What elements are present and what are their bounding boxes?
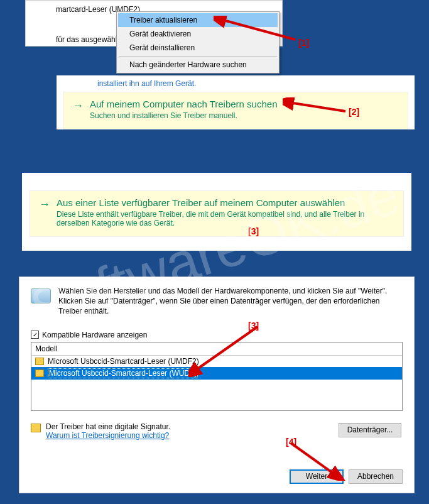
- model-item-wudf[interactable]: Microsoft Usbccid-Smartcard-Leser (WUDF): [31, 367, 402, 380]
- option-title: Auf meinem Computer nach Treibern suchen: [90, 99, 277, 109]
- driver-icon: [35, 358, 44, 365]
- search-driver-panel: installiert ihn auf Ihrem Gerät. → Auf m…: [57, 75, 415, 129]
- option-desc: Suchen und installieren Sie Treiber manu…: [90, 111, 277, 120]
- model-item-label: Microsoft Usbccid-Smartcard-Leser (UMDF2…: [48, 357, 199, 366]
- panel2-toptext: installiert ihn auf Ihrem Gerät.: [63, 79, 408, 92]
- compatible-hardware-checkbox[interactable]: ✓: [31, 331, 39, 339]
- menu-disable-device[interactable]: Gerät deaktivieren: [118, 27, 278, 41]
- annotation-1: [1]: [298, 38, 309, 48]
- signature-text: Der Treiber hat eine digitale Signatur.: [46, 422, 170, 431]
- instructions-text: Wählen Sie den Hersteller und das Modell…: [58, 286, 403, 317]
- option-browse-computer[interactable]: → Auf meinem Computer nach Treibern such…: [63, 92, 408, 129]
- model-header: Modell: [31, 342, 402, 356]
- select-driver-dialog: Wählen Sie den Hersteller und das Modell…: [19, 277, 415, 493]
- arrow-right-icon: →: [39, 199, 50, 227]
- signature-icon: [31, 424, 41, 432]
- menu-separator: [119, 56, 277, 57]
- arrow-right-icon: →: [72, 100, 84, 120]
- pick-from-list-panel: → Aus einer Liste verfügbarer Treiber au…: [22, 173, 411, 251]
- context-menu: Treiber aktualisieren Gerät deaktivieren…: [116, 11, 280, 74]
- model-item-label: Microsoft Usbccid-Smartcard-Leser (WUDF): [48, 368, 198, 378]
- menu-update-driver[interactable]: Treiber aktualisieren: [118, 13, 278, 27]
- option-desc: Diese Liste enthält verfügbare Treiber, …: [57, 210, 394, 227]
- signature-link[interactable]: Warum ist Treibersignierung wichtig?: [46, 431, 170, 440]
- have-disk-button[interactable]: Datenträger...: [339, 423, 401, 437]
- cancel-button[interactable]: Abbrechen: [349, 469, 403, 484]
- option-title: Aus einer Liste verfügbarer Treiber auf …: [57, 197, 394, 208]
- next-button[interactable]: Weiter: [290, 469, 344, 484]
- driver-icon: [35, 370, 44, 377]
- model-listbox[interactable]: Modell Microsoft Usbccid-Smartcard-Leser…: [31, 342, 403, 411]
- menu-uninstall-device[interactable]: Gerät deinstallieren: [118, 41, 278, 55]
- option-pick-from-list[interactable]: → Aus einer Liste verfügbarer Treiber au…: [30, 190, 404, 237]
- disk-icon: [31, 288, 51, 304]
- compatible-hardware-label: Kompatible Hardware anzeigen: [42, 331, 147, 339]
- menu-scan-hardware[interactable]: Nach geänderter Hardware suchen: [118, 58, 278, 72]
- model-item-umdf2[interactable]: Microsoft Usbccid-Smartcard-Leser (UMDF2…: [31, 356, 402, 367]
